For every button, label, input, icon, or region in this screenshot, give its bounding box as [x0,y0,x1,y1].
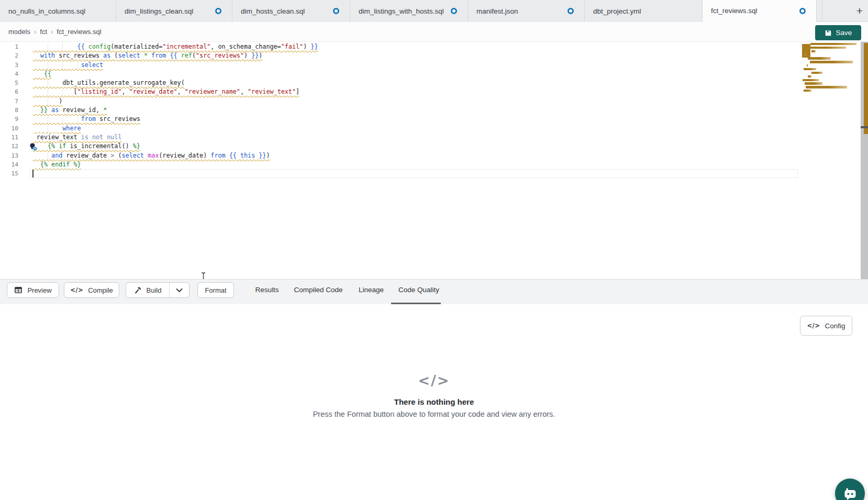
dbt-cloud-ide: no_nulls_in_columns.sqldim_listings_clea… [0,0,868,500]
breadcrumb: models › fct › fct_reviews.sql [8,28,102,36]
indent-guide [48,61,48,70]
code-line-15[interactable]: 15 [0,169,868,178]
code-line-6[interactable]: 6 ["listing_id", "review_date", "reviewe… [0,87,868,96]
build-options-chevron[interactable] [170,283,189,297]
current-line-highlight [29,169,798,178]
compile-label: Compile [88,286,113,294]
save-label: Save [836,29,852,37]
tab-compiled-code[interactable]: Compiled Code [294,286,342,294]
empty-state-title: There is nothing here [0,397,868,406]
code-line-5[interactable]: 5 dbt_utils.generate_surrogate_key( [0,79,868,87]
code-line-3[interactable]: 3 select [0,61,868,70]
tab-code-quality[interactable]: Code Quality [398,286,439,294]
minimap-line [804,54,806,56]
code-line-4[interactable]: 4 {{ [0,70,868,79]
file-tab-manifest-json[interactable]: manifest.json [468,0,585,22]
new-tab-cell: + [822,0,868,22]
code-line-14[interactable]: 14 {% endif %} [0,160,868,169]
build-split-button: Build [126,282,190,298]
table-grid-icon [14,286,23,294]
file-tab-fct_reviews-sql[interactable]: fct_reviews.sql [703,0,817,22]
quick-fix-lightbulb-icon[interactable] [29,142,38,151]
minimap-line [807,64,807,66]
line-number: 12 [0,142,18,151]
tab-results[interactable]: Results [255,286,279,294]
code-line-1[interactable]: 1 {{ config(materialized="incremental", … [0,42,868,51]
file-tab-dim_listings_with_hosts-sql[interactable]: dim_listings_with_hosts.sql [350,0,468,22]
code-line-8[interactable]: 8 }} as review_id, * [0,106,868,115]
file-tab-bar: no_nulls_in_columns.sqldim_listings_clea… [0,0,868,22]
breadcrumb-item-file: fct_reviews.sql [57,28,101,36]
code-line-7[interactable]: 7 ) [0,97,868,106]
code-line-13[interactable]: 13 and review_date > (select max(review_… [0,151,868,160]
save-button[interactable]: Save [815,25,861,40]
file-tab-label: fct_reviews.sql [711,7,758,15]
line-number: 3 [0,61,18,70]
indent-guide [62,42,63,51]
indent-guide [62,61,63,70]
chevron-down-icon [176,288,183,293]
minimap-line [804,47,846,49]
code-editor[interactable]: 1 {{ config(materialized="incremental", … [0,42,868,279]
unsaved-changes-dot [333,8,339,14]
lint-warning-span: review_text is not null [33,134,122,141]
lint-warning-span: {{ config(materialized="incremental", on… [33,43,318,50]
indent-guide [48,79,48,87]
file-tab-label: dbt_project.yml [593,7,641,15]
robot-chat-icon [842,486,858,500]
lint-warning-span: {{ [33,70,51,77]
tab-lineage[interactable]: Lineage [359,286,384,294]
line-number: 2 [0,51,18,60]
overview-ruler-warnings [864,43,868,134]
lint-warning-span: and review_date > (select max(review_dat… [33,152,270,159]
minimap-line [810,43,856,45]
line-number: 10 [0,124,18,133]
file-tab-dim_listings_clean-sql[interactable]: dim_listings_clean.sql [116,0,232,22]
compile-button[interactable]: </> Compile [64,282,119,298]
scrollbar-slider-edge[interactable] [861,126,868,128]
indent-guide [48,124,48,133]
new-tab-icon[interactable]: + [854,5,865,17]
build-label: Build [147,286,162,294]
file-tab-dim_hosts_clean-sql[interactable]: dim_hosts_clean.sql [232,0,350,22]
indent-guide [77,61,78,70]
lint-warning-span: select [33,61,103,69]
code-line-10[interactable]: 10 where [0,124,868,133]
build-button[interactable]: Build [126,283,169,297]
indent-guide [77,115,78,124]
lint-warning-span: dbt_utils.generate_surrogate_key( [33,79,185,86]
format-label: Format [205,286,226,294]
line-number: 8 [0,106,18,115]
chevron-right-icon: › [51,28,53,36]
file-tab-no_nulls_in_columns-sql[interactable]: no_nulls_in_columns.sql [0,0,116,22]
minimap-line [806,86,848,88]
breadcrumb-item-fct[interactable]: fct [40,28,47,36]
code-line-12[interactable]: 12 {% if is_incremental() %} [0,142,868,151]
code-line-9[interactable]: 9 from src_reviews [0,115,868,124]
file-tab-dbt_project-yml[interactable]: dbt_project.yml [585,0,703,22]
minimap-line [811,72,823,74]
line-number: 1 [0,42,18,51]
code-line-11[interactable]: 11 review_text is not null [0,133,868,142]
code-brackets-icon: </> [807,322,820,329]
indent-guide [48,115,48,124]
format-button[interactable]: Format [197,282,234,298]
minimap[interactable] [802,43,861,97]
line-number: 6 [0,87,18,96]
minimap-line [808,57,831,59]
code-brackets-icon: </> [0,372,868,388]
indent-guide [48,151,48,160]
preview-button[interactable]: Preview [7,282,59,298]
file-tab-label: no_nulls_in_columns.sql [8,7,85,15]
hammer-icon [134,286,142,294]
config-button[interactable]: </> Config [800,316,852,336]
code-brackets-icon: </> [70,286,83,294]
file-tab-label: manifest.json [476,7,518,15]
code-line-2[interactable]: 2 with src_reviews as (select * from {{ … [0,51,868,60]
lint-warning-span: {% endif %} [33,161,81,168]
minimap-line [803,79,819,81]
unsaved-changes-dot [451,8,457,14]
minimap-line [804,90,811,92]
breadcrumb-item-models[interactable]: models [8,28,30,36]
line-number: 9 [0,115,18,124]
